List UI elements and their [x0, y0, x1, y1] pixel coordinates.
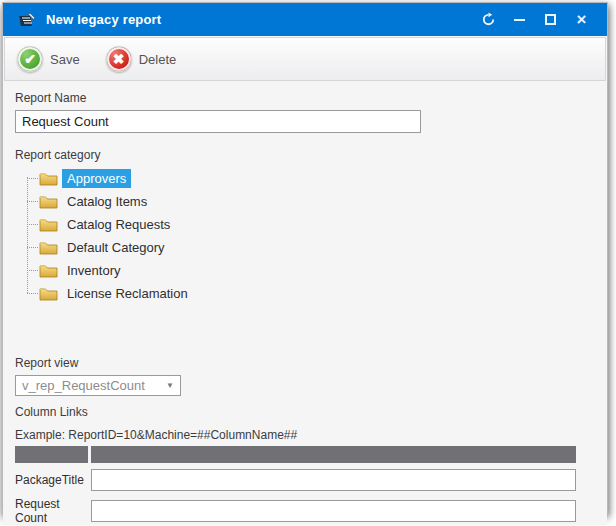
tree-branch-line — [27, 293, 38, 294]
delete-x-icon: ✖ — [106, 46, 132, 72]
tree-branch-line — [27, 178, 38, 179]
report-view-label: Report view — [15, 356, 595, 370]
tree-branch-line — [27, 247, 38, 248]
row-field-label: PackageTitle — [15, 473, 91, 487]
maximize-button[interactable] — [535, 8, 566, 32]
column-links-table: PackageTitle Request Count — [15, 446, 576, 525]
tree-item-license-reclamation[interactable]: License Reclamation — [27, 282, 595, 305]
save-label: Save — [50, 52, 80, 67]
folder-icon — [39, 263, 58, 278]
tree-item-label: Default Category — [62, 238, 170, 257]
tree-item-default-category[interactable]: Default Category — [27, 236, 595, 259]
header-cell-field — [15, 446, 88, 463]
folder-icon — [39, 240, 58, 255]
tree-item-label: Approvers — [62, 169, 131, 188]
chevron-down-icon: ▼ — [166, 381, 174, 390]
minimize-button[interactable] — [504, 8, 535, 32]
tree-item-label: License Reclamation — [62, 284, 193, 303]
report-name-input[interactable] — [15, 110, 421, 133]
tree-branch-line — [27, 201, 38, 202]
column-links-example: Example: ReportID=10&Machine=##ColumnNam… — [15, 428, 595, 442]
folder-icon — [39, 171, 58, 186]
report-view-select[interactable]: v_rep_RequestCount ▼ — [15, 375, 181, 396]
tree-branch-line — [27, 270, 38, 271]
window-controls: × — [473, 8, 597, 32]
close-button[interactable]: × — [566, 8, 597, 32]
tree-item-label: Catalog Requests — [62, 215, 175, 234]
report-view-value: v_rep_RequestCount — [22, 378, 145, 393]
folder-icon — [39, 194, 58, 209]
save-button[interactable]: ✔ Save — [17, 46, 80, 72]
report-category-label: Report category — [15, 148, 595, 162]
folder-icon — [39, 286, 58, 301]
delete-button[interactable]: ✖ Delete — [106, 46, 177, 72]
refresh-icon[interactable] — [473, 8, 504, 32]
window-title: New legacy report — [46, 12, 473, 27]
toolbar: ✔ Save ✖ Delete — [4, 37, 606, 81]
tree-item-inventory[interactable]: Inventory — [27, 259, 595, 282]
table-row: Request Count — [15, 497, 576, 525]
tree-item-catalog-items[interactable]: Catalog Items — [27, 190, 595, 213]
report-note-icon — [17, 11, 37, 29]
category-tree: Approvers Catalog Items Catalog Requests — [15, 167, 595, 307]
packagetitle-link-input[interactable] — [91, 469, 576, 491]
dialog-window: New legacy report × ✔ Save ✖ Delete Repo… — [2, 2, 608, 514]
title-bar: New legacy report × — [3, 3, 607, 36]
report-name-label: Report Name — [15, 91, 595, 105]
tree-item-label: Catalog Items — [62, 192, 152, 211]
save-check-icon: ✔ — [17, 46, 43, 72]
tree-item-label: Inventory — [62, 261, 125, 280]
row-field-label: Request Count — [15, 497, 91, 525]
dialog-content: Report Name Report category Approvers — [3, 81, 607, 525]
tree-item-approvers[interactable]: Approvers — [27, 167, 595, 190]
table-row: PackageTitle — [15, 469, 576, 491]
header-cell-value — [91, 446, 576, 463]
column-links-header — [15, 446, 576, 463]
folder-icon — [39, 217, 58, 232]
column-links-label: Column Links — [15, 405, 595, 419]
request-count-link-input[interactable] — [91, 500, 576, 522]
tree-item-catalog-requests[interactable]: Catalog Requests — [27, 213, 595, 236]
delete-label: Delete — [139, 52, 177, 67]
tree-branch-line — [27, 224, 38, 225]
